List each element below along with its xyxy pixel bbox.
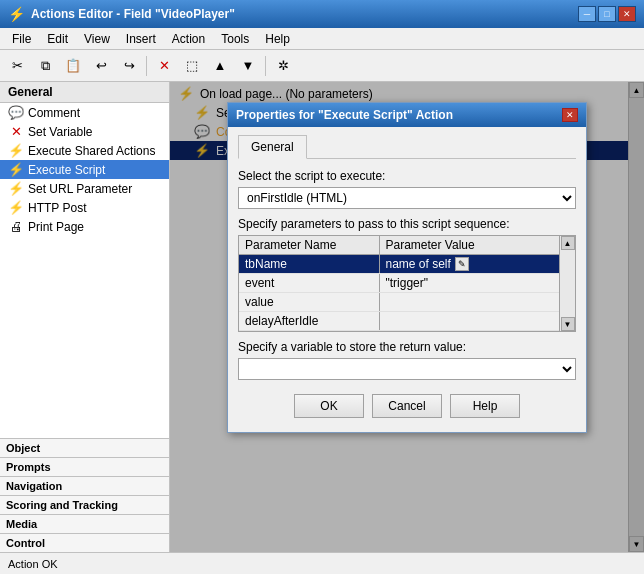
- move-down-button[interactable]: ▼: [235, 54, 261, 78]
- param-table-wrapper: Parameter Name Parameter Value tbName: [239, 236, 575, 331]
- param-table-scrollbar: ▲ ▼: [559, 236, 575, 331]
- sidebar-item-execute-script-label: Execute Script: [28, 163, 105, 177]
- param-value-0: name of self ✎: [379, 255, 559, 274]
- paste-button[interactable]: 📋: [60, 54, 86, 78]
- sidebar-item-print-label: Print Page: [28, 220, 84, 234]
- param-value-text-0: name of self: [386, 257, 451, 271]
- sidebar-item-object[interactable]: Object: [0, 438, 169, 457]
- return-var-select[interactable]: [238, 358, 576, 380]
- dialog-footer: OK Cancel Help: [238, 388, 576, 424]
- export-button[interactable]: ⬚: [179, 54, 205, 78]
- param-row-1[interactable]: event "trigger": [239, 274, 559, 293]
- dialog-close-button[interactable]: ✕: [562, 108, 578, 122]
- param-table-scroll: Parameter Name Parameter Value tbName: [239, 236, 559, 331]
- param-name-1: event: [239, 274, 379, 293]
- toolbar-separator-1: [146, 56, 147, 76]
- maximize-button[interactable]: □: [598, 6, 616, 22]
- cancel-button[interactable]: Cancel: [372, 394, 442, 418]
- menu-file[interactable]: File: [4, 30, 39, 48]
- menu-bar: File Edit View Insert Action Tools Help: [0, 28, 644, 50]
- minimize-button[interactable]: ─: [578, 6, 596, 22]
- status-bar: Action OK: [0, 552, 644, 574]
- sidebar-item-media[interactable]: Media: [0, 514, 169, 533]
- sidebar-item-print-page[interactable]: 🖨 Print Page: [0, 217, 169, 236]
- sidebar-item-set-variable-label: Set Variable: [28, 125, 92, 139]
- edit-button-0[interactable]: ✎: [455, 257, 469, 271]
- help-button[interactable]: Help: [450, 394, 520, 418]
- menu-action[interactable]: Action: [164, 30, 213, 48]
- modal-overlay: Properties for "Execute Script" Action ✕…: [170, 82, 644, 552]
- menu-edit[interactable]: Edit: [39, 30, 76, 48]
- dialog-tabs: General: [238, 135, 576, 159]
- sidebar-item-http-post-label: HTTP Post: [28, 201, 86, 215]
- dialog-title: Properties for "Execute Script" Action: [236, 108, 453, 122]
- sidebar-item-set-url[interactable]: ⚡ Set URL Parameter: [0, 179, 169, 198]
- menu-insert[interactable]: Insert: [118, 30, 164, 48]
- script-select[interactable]: onFirstIdle (HTML): [238, 187, 576, 209]
- sidebar-item-http-post[interactable]: ⚡ HTTP Post: [0, 198, 169, 217]
- param-value-3: [379, 312, 559, 331]
- ok-button[interactable]: OK: [294, 394, 364, 418]
- dialog-titlebar: Properties for "Execute Script" Action ✕: [228, 103, 586, 127]
- return-label: Specify a variable to store the return v…: [238, 340, 576, 354]
- sidebar-item-comment[interactable]: 💬 Comment: [0, 103, 169, 122]
- bolt-icon-1: ⚡: [8, 143, 24, 158]
- sidebar-item-comment-label: Comment: [28, 106, 80, 120]
- title-bar-controls: ─ □ ✕: [578, 6, 636, 22]
- dialog-content: General Select the script to execute: on…: [228, 127, 586, 432]
- param-table-container: Parameter Name Parameter Value tbName: [238, 235, 576, 332]
- param-value-1: "trigger": [379, 274, 559, 293]
- sidebar-item-set-url-label: Set URL Parameter: [28, 182, 132, 196]
- status-text: Action OK: [8, 558, 58, 570]
- bolt-icon-4: ⚡: [8, 200, 24, 215]
- param-value-2: [379, 293, 559, 312]
- sidebar-header: General: [0, 82, 169, 103]
- title-bar: ⚡ Actions Editor - Field "VideoPlayer" ─…: [0, 0, 644, 28]
- title-bar-icon: ⚡: [8, 6, 25, 22]
- toolbar: ✂ ⧉ 📋 ↩ ↪ ✕ ⬚ ▲ ▼ ✲: [0, 50, 644, 82]
- param-row-2[interactable]: value: [239, 293, 559, 312]
- script-select-label: Select the script to execute:: [238, 169, 576, 183]
- close-button[interactable]: ✕: [618, 6, 636, 22]
- params-label: Specify parameters to pass to this scrip…: [238, 217, 576, 231]
- title-bar-title: Actions Editor - Field "VideoPlayer": [31, 7, 235, 21]
- sidebar-item-prompts[interactable]: Prompts: [0, 457, 169, 476]
- param-scroll-up[interactable]: ▲: [561, 236, 575, 250]
- param-row-3[interactable]: delayAfterIdle: [239, 312, 559, 331]
- right-panel: ⚡ On load page... (No parameters) ⚡ Set …: [170, 82, 644, 552]
- redo-button[interactable]: ↪: [116, 54, 142, 78]
- menu-help[interactable]: Help: [257, 30, 298, 48]
- menu-tools[interactable]: Tools: [213, 30, 257, 48]
- dialog-tab-general[interactable]: General: [238, 135, 307, 159]
- delete-button[interactable]: ✕: [151, 54, 177, 78]
- sidebar-item-scoring-tracking[interactable]: Scoring and Tracking: [0, 495, 169, 514]
- param-row-0[interactable]: tbName name of self ✎: [239, 255, 559, 274]
- special-button[interactable]: ✲: [270, 54, 296, 78]
- param-name-2: value: [239, 293, 379, 312]
- sidebar-item-set-variable[interactable]: ✕ Set Variable: [0, 122, 169, 141]
- sidebar-item-execute-script[interactable]: ⚡ Execute Script: [0, 160, 169, 179]
- title-bar-left: ⚡ Actions Editor - Field "VideoPlayer": [8, 6, 235, 22]
- sidebar-item-navigation[interactable]: Navigation: [0, 476, 169, 495]
- sidebar-item-control[interactable]: Control: [0, 533, 169, 552]
- param-scroll-down[interactable]: ▼: [561, 317, 575, 331]
- main-layout: General 💬 Comment ✕ Set Variable ⚡ Execu…: [0, 82, 644, 552]
- print-icon: 🖨: [8, 219, 24, 234]
- bolt-icon-3: ⚡: [8, 181, 24, 196]
- param-table: Parameter Name Parameter Value tbName: [239, 236, 559, 331]
- cut-button[interactable]: ✂: [4, 54, 30, 78]
- col-param-name: Parameter Name: [239, 236, 379, 255]
- param-name-0: tbName: [239, 255, 379, 274]
- undo-button[interactable]: ↩: [88, 54, 114, 78]
- sidebar-item-execute-shared-actions[interactable]: ⚡ Execute Shared Actions: [0, 141, 169, 160]
- bolt-icon-2: ⚡: [8, 162, 24, 177]
- move-up-button[interactable]: ▲: [207, 54, 233, 78]
- param-value-cell-0: name of self ✎: [386, 257, 554, 271]
- copy-button[interactable]: ⧉: [32, 54, 58, 78]
- toolbar-separator-2: [265, 56, 266, 76]
- param-name-3: delayAfterIdle: [239, 312, 379, 331]
- comment-icon: 💬: [8, 105, 24, 120]
- left-panel: General 💬 Comment ✕ Set Variable ⚡ Execu…: [0, 82, 170, 552]
- menu-view[interactable]: View: [76, 30, 118, 48]
- sidebar-item-execute-shared-label: Execute Shared Actions: [28, 144, 155, 158]
